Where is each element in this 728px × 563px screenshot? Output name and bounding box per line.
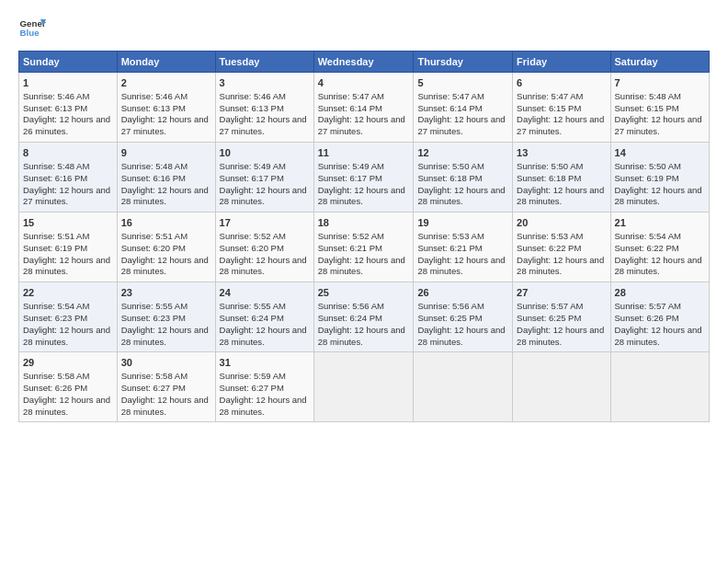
week-row-3: 15Sunrise: 5:51 AMSunset: 6:19 PMDayligh… <box>19 213 710 282</box>
day-number: 25 <box>318 286 410 300</box>
day-info-line: Sunrise: 5:47 AM <box>318 91 410 103</box>
calendar: SundayMondayTuesdayWednesdayThursdayFrid… <box>18 51 710 422</box>
header-cell-wednesday: Wednesday <box>313 52 414 73</box>
day-info-line: Sunrise: 5:56 AM <box>417 301 508 313</box>
day-number: 4 <box>318 76 410 90</box>
day-info-line: Sunset: 6:20 PM <box>220 243 310 255</box>
day-info-line: Sunrise: 5:46 AM <box>23 91 113 103</box>
day-number: 5 <box>417 76 508 90</box>
week-row-5: 29Sunrise: 5:58 AMSunset: 6:26 PMDayligh… <box>19 352 710 422</box>
day-info-line: Sunrise: 5:59 AM <box>220 371 310 383</box>
day-info-line: Daylight: 12 hours and 28 minutes. <box>517 325 606 349</box>
day-cell: 22Sunrise: 5:54 AMSunset: 6:23 PMDayligh… <box>19 282 118 352</box>
day-cell: 6Sunrise: 5:47 AMSunset: 6:15 PMDaylight… <box>513 73 610 143</box>
day-info-line: Daylight: 12 hours and 28 minutes. <box>220 325 310 349</box>
day-number: 18 <box>318 216 410 230</box>
day-info-line: Daylight: 12 hours and 28 minutes. <box>615 185 705 209</box>
day-info-line: Daylight: 12 hours and 27 minutes. <box>23 185 113 209</box>
header-cell-sunday: Sunday <box>19 52 118 73</box>
week-row-4: 22Sunrise: 5:54 AMSunset: 6:23 PMDayligh… <box>19 282 710 352</box>
day-info-line: Daylight: 12 hours and 28 minutes. <box>318 325 410 349</box>
day-number: 6 <box>517 76 606 90</box>
day-info-line: Daylight: 12 hours and 28 minutes. <box>318 185 410 209</box>
week-row-2: 8Sunrise: 5:48 AMSunset: 6:16 PMDaylight… <box>19 143 710 213</box>
day-info-line: Daylight: 12 hours and 27 minutes. <box>417 114 508 138</box>
day-number: 20 <box>517 216 606 230</box>
day-info-line: Sunset: 6:22 PM <box>517 243 606 255</box>
day-cell: 20Sunrise: 5:53 AMSunset: 6:22 PMDayligh… <box>513 213 610 282</box>
day-info-line: Sunrise: 5:54 AM <box>23 301 113 313</box>
day-info-line: Daylight: 12 hours and 28 minutes. <box>417 325 508 349</box>
day-info-line: Sunset: 6:26 PM <box>23 383 113 395</box>
day-info-line: Sunset: 6:13 PM <box>23 103 113 115</box>
day-info-line: Daylight: 12 hours and 28 minutes. <box>121 325 211 349</box>
svg-text:Blue: Blue <box>20 28 40 38</box>
day-info-line: Daylight: 12 hours and 26 minutes. <box>23 114 113 138</box>
day-info-line: Sunset: 6:21 PM <box>318 243 410 255</box>
day-info-line: Sunset: 6:25 PM <box>417 313 508 325</box>
day-number: 22 <box>23 286 113 300</box>
day-cell: 9Sunrise: 5:48 AMSunset: 6:16 PMDaylight… <box>117 143 215 213</box>
day-info-line: Daylight: 12 hours and 27 minutes. <box>318 114 410 138</box>
logo: General Blue <box>18 14 50 41</box>
day-info-line: Sunset: 6:23 PM <box>121 313 211 325</box>
day-number: 10 <box>220 146 310 160</box>
day-info-line: Daylight: 12 hours and 28 minutes. <box>220 185 310 209</box>
day-info-line: Sunset: 6:21 PM <box>417 243 508 255</box>
day-cell <box>313 352 414 422</box>
day-cell: 23Sunrise: 5:55 AMSunset: 6:23 PMDayligh… <box>117 282 215 352</box>
day-info-line: Sunset: 6:19 PM <box>23 243 113 255</box>
day-cell: 15Sunrise: 5:51 AMSunset: 6:19 PMDayligh… <box>19 213 118 282</box>
day-cell: 30Sunrise: 5:58 AMSunset: 6:27 PMDayligh… <box>117 352 215 422</box>
day-info-line: Sunrise: 5:48 AM <box>121 161 211 173</box>
day-info-line: Sunset: 6:24 PM <box>220 313 310 325</box>
day-cell: 29Sunrise: 5:58 AMSunset: 6:26 PMDayligh… <box>19 352 118 422</box>
day-number: 17 <box>220 216 310 230</box>
day-info-line: Sunrise: 5:53 AM <box>417 231 508 243</box>
day-number: 11 <box>318 146 410 160</box>
day-number: 1 <box>23 76 113 90</box>
day-info-line: Daylight: 12 hours and 27 minutes. <box>615 114 705 138</box>
day-number: 7 <box>615 76 705 90</box>
day-cell: 25Sunrise: 5:56 AMSunset: 6:24 PMDayligh… <box>313 282 414 352</box>
day-number: 3 <box>220 76 310 90</box>
day-cell: 14Sunrise: 5:50 AMSunset: 6:19 PMDayligh… <box>610 143 709 213</box>
day-cell: 3Sunrise: 5:46 AMSunset: 6:13 PMDaylight… <box>215 73 313 143</box>
day-cell: 1Sunrise: 5:46 AMSunset: 6:13 PMDaylight… <box>19 73 118 143</box>
day-info-line: Daylight: 12 hours and 28 minutes. <box>23 395 113 419</box>
day-info-line: Daylight: 12 hours and 28 minutes. <box>615 325 705 349</box>
day-info-line: Daylight: 12 hours and 28 minutes. <box>121 255 211 279</box>
day-info-line: Sunset: 6:18 PM <box>517 173 606 185</box>
day-info-line: Sunset: 6:16 PM <box>121 173 211 185</box>
day-info-line: Sunset: 6:17 PM <box>220 173 310 185</box>
day-number: 16 <box>121 216 211 230</box>
day-info-line: Daylight: 12 hours and 28 minutes. <box>417 185 508 209</box>
day-cell: 13Sunrise: 5:50 AMSunset: 6:18 PMDayligh… <box>513 143 610 213</box>
day-info-line: Daylight: 12 hours and 27 minutes. <box>220 114 310 138</box>
day-info-line: Daylight: 12 hours and 28 minutes. <box>220 255 310 279</box>
day-info-line: Sunrise: 5:47 AM <box>417 91 508 103</box>
day-cell: 10Sunrise: 5:49 AMSunset: 6:17 PMDayligh… <box>215 143 313 213</box>
day-cell: 4Sunrise: 5:47 AMSunset: 6:14 PMDaylight… <box>313 73 414 143</box>
day-info-line: Daylight: 12 hours and 28 minutes. <box>417 255 508 279</box>
header-cell-thursday: Thursday <box>414 52 513 73</box>
day-info-line: Sunset: 6:22 PM <box>615 243 705 255</box>
day-cell: 2Sunrise: 5:46 AMSunset: 6:13 PMDaylight… <box>117 73 215 143</box>
day-info-line: Sunset: 6:13 PM <box>220 103 310 115</box>
day-info-line: Sunset: 6:14 PM <box>417 103 508 115</box>
day-info-line: Sunset: 6:15 PM <box>615 103 705 115</box>
day-info-line: Sunrise: 5:58 AM <box>23 371 113 383</box>
day-number: 29 <box>23 356 113 370</box>
day-info-line: Sunrise: 5:50 AM <box>615 161 705 173</box>
day-cell: 16Sunrise: 5:51 AMSunset: 6:20 PMDayligh… <box>117 213 215 282</box>
day-info-line: Daylight: 12 hours and 28 minutes. <box>615 255 705 279</box>
day-cell: 8Sunrise: 5:48 AMSunset: 6:16 PMDaylight… <box>19 143 118 213</box>
day-info-line: Sunset: 6:25 PM <box>517 313 606 325</box>
day-info-line: Sunrise: 5:58 AM <box>121 371 211 383</box>
day-cell: 7Sunrise: 5:48 AMSunset: 6:15 PMDaylight… <box>610 73 709 143</box>
day-number: 30 <box>121 356 211 370</box>
day-info-line: Sunrise: 5:55 AM <box>121 301 211 313</box>
day-number: 27 <box>517 286 606 300</box>
day-number: 21 <box>615 216 705 230</box>
day-info-line: Sunset: 6:23 PM <box>23 313 113 325</box>
